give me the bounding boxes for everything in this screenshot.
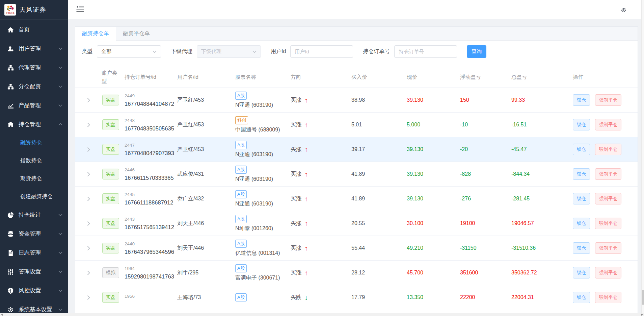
buy-price: 39.17: [347, 146, 403, 152]
trend-arrow-icon: ↑: [304, 220, 308, 227]
sidebar-item-user-management[interactable]: 用户管理: [0, 39, 68, 58]
shield-icon: [7, 288, 14, 294]
order-no: 2440: [125, 241, 177, 246]
content-card: 融资持仓单融资平仓单 类型 全部 下级代理 下级代理 用户Id 持仓订单号 查询…: [75, 26, 638, 316]
buy-price: 41.89: [347, 171, 403, 177]
sidebar-item-position-management[interactable]: 持仓管理: [0, 115, 68, 134]
sidebar-collapse-button[interactable]: [76, 5, 85, 14]
sidebar-subitem-index-position[interactable]: 指数持仓: [0, 152, 68, 170]
buy-price: 17.79: [347, 294, 403, 300]
chevron-down-icon: [58, 251, 62, 254]
tab-financing-close-orders[interactable]: 融资平仓单: [116, 27, 157, 40]
sidebar-item-fund-management[interactable]: 资金管理: [0, 224, 68, 243]
scroll-right-arrow-icon[interactable]: [641, 314, 643, 316]
agent-select[interactable]: 下级代理: [197, 45, 261, 58]
order-no: 2443: [125, 217, 177, 222]
lock-position-button[interactable]: 锁仓: [573, 94, 590, 106]
search-button[interactable]: 查询: [467, 45, 486, 58]
float-pl: 22200: [459, 294, 511, 300]
current-price: 39.130: [403, 146, 459, 152]
user-id-input[interactable]: [290, 45, 353, 58]
direction-label: 买涨: [291, 97, 301, 104]
total-pl: 350362.72: [511, 270, 572, 276]
row-expand-icon[interactable]: [87, 122, 90, 127]
chevron-down-icon: [58, 289, 62, 292]
float-pl: 19100: [459, 220, 511, 226]
row-expand-icon[interactable]: [87, 172, 90, 177]
lock-position-button[interactable]: 锁仓: [573, 119, 590, 130]
market-badge: A股: [235, 264, 247, 272]
row-expand-icon[interactable]: [87, 98, 90, 103]
force-close-button[interactable]: 强制平仓: [595, 292, 621, 303]
buy-price: 5.01: [347, 122, 403, 128]
market-badge: A股: [235, 166, 247, 174]
sidebar-item-product-management[interactable]: 产品管理: [0, 96, 68, 115]
row-expand-icon[interactable]: [87, 295, 90, 300]
file-icon: [7, 250, 14, 256]
direction-label: 买涨: [291, 146, 301, 153]
sidebar-subitem-create-financing-position[interactable]: 创建融资持仓: [0, 188, 68, 205]
vertical-scrollbar-thumb[interactable]: [642, 290, 644, 305]
order-id: 1592980198741763: [125, 273, 177, 280]
sidebar-item-log-management[interactable]: 日志管理: [0, 243, 68, 262]
direction-label: 买涨: [291, 171, 301, 178]
lock-position-button[interactable]: 锁仓: [573, 193, 590, 204]
column-header-user: 用户名/id: [177, 73, 235, 81]
filter-bar: 类型 全部 下级代理 下级代理 用户Id 持仓订单号 查询: [75, 41, 638, 66]
lock-position-button[interactable]: 锁仓: [573, 218, 590, 229]
sidebar-item-position-stats[interactable]: 持仓统计: [0, 205, 68, 224]
row-expand-icon[interactable]: [87, 221, 90, 226]
trend-arrow-icon: ↑: [304, 171, 308, 177]
chevron-down-icon: [58, 47, 62, 50]
horizontal-scrollbar[interactable]: [0, 313, 644, 316]
force-close-button[interactable]: 强制平仓: [595, 218, 621, 229]
total-pl: -844.34: [511, 171, 572, 177]
sidebar-item-risk-settings[interactable]: 风控设置: [0, 281, 68, 300]
total-pl: -16.51: [511, 122, 572, 128]
chevron-down-icon: [58, 104, 62, 107]
order-id: 1677048047907393: [125, 150, 177, 156]
settings-gear-icon[interactable]: [621, 7, 626, 13]
total-pl: -281.45: [511, 196, 572, 202]
force-close-button[interactable]: 强制平仓: [595, 94, 621, 106]
float-pl: 351600: [459, 270, 511, 276]
table-body: 实盘 2449 1677048844104872 严卫红/453 A股 N亚通 …: [75, 88, 638, 310]
market-badge: 科创: [235, 116, 248, 124]
vertical-scrollbar[interactable]: [641, 0, 644, 316]
sidebar-subitem-futures-position[interactable]: 期货持仓: [0, 170, 68, 188]
row-expand-icon[interactable]: [87, 270, 90, 275]
sidebar-item-label: 分仓配资: [19, 83, 58, 90]
tab-financing-position-orders[interactable]: 融资持仓单: [75, 27, 116, 41]
lock-position-button[interactable]: 锁仓: [573, 144, 590, 155]
order-no-input[interactable]: [394, 45, 457, 58]
sidebar-item-agent-management[interactable]: 代理管理: [0, 58, 68, 77]
type-select[interactable]: 全部: [97, 45, 161, 58]
trend-arrow-icon: ↑: [304, 195, 308, 202]
row-expand-icon[interactable]: [87, 246, 90, 251]
total-pl: -45.47: [511, 146, 572, 152]
trend-arrow-icon: ↑: [304, 269, 308, 276]
lock-position-button[interactable]: 锁仓: [573, 168, 590, 180]
force-close-button[interactable]: 强制平仓: [595, 242, 621, 254]
lock-position-button[interactable]: 锁仓: [573, 292, 590, 303]
agent-filter-label: 下级代理: [171, 48, 192, 55]
lock-position-button[interactable]: 锁仓: [573, 267, 590, 278]
scroll-left-arrow-icon[interactable]: [1, 314, 3, 316]
force-close-button[interactable]: 强制平仓: [595, 144, 621, 155]
sidebar-item-label: 资金管理: [19, 230, 58, 238]
row-expand-icon[interactable]: [87, 196, 90, 201]
sidebar-subitem-financing-position[interactable]: 融资持仓: [0, 134, 68, 152]
sidebar-item-admin-settings[interactable]: 管理设置: [0, 262, 68, 281]
chevron-down-icon: [58, 214, 62, 216]
lock-position-button[interactable]: 锁仓: [573, 242, 590, 254]
user-name: 乔广立/432: [177, 195, 235, 202]
topbar: [68, 0, 644, 19]
sidebar-item-allocation[interactable]: 分仓配资: [0, 77, 68, 96]
force-close-button[interactable]: 强制平仓: [595, 193, 621, 204]
force-close-button[interactable]: 强制平仓: [595, 267, 621, 278]
row-expand-icon[interactable]: [87, 147, 90, 152]
force-close-button[interactable]: 强制平仓: [595, 168, 621, 180]
force-close-button[interactable]: 强制平仓: [595, 119, 621, 130]
sidebar-item-label: 持仓统计: [19, 211, 58, 219]
sidebar-item-home[interactable]: 首页: [0, 20, 68, 39]
